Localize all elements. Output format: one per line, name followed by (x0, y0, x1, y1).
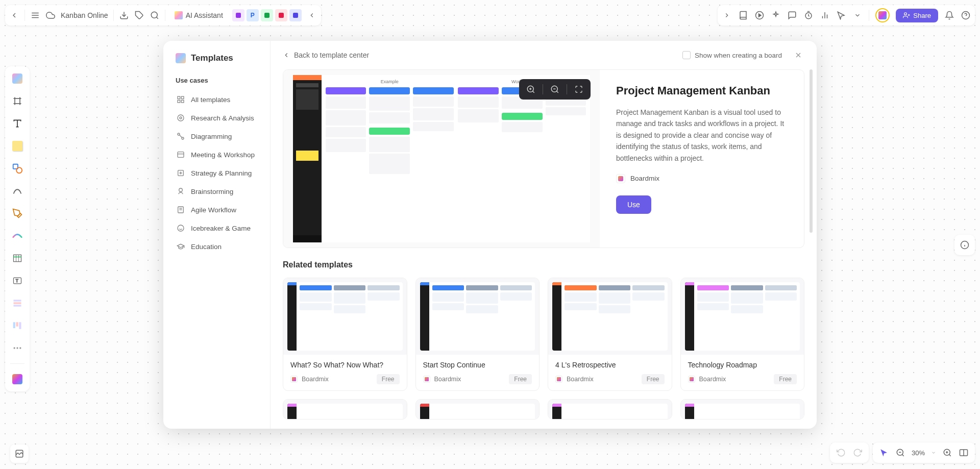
sidebar-item-diagramming[interactable]: Diagramming (176, 128, 270, 144)
shape-tool-icon[interactable] (10, 161, 24, 176)
file-name[interactable]: Kanban Online (61, 11, 108, 19)
user-avatar[interactable] (875, 8, 890, 22)
related-templates-heading: Related templates (283, 260, 804, 269)
back-icon[interactable] (9, 10, 19, 20)
comment-icon[interactable] (787, 10, 797, 20)
minimap-toggle[interactable] (10, 445, 29, 463)
template-card[interactable]: What? So What? Now What?BoardmixFree (283, 278, 407, 391)
chart-icon[interactable] (820, 10, 830, 20)
category-icon (177, 187, 185, 195)
timer-icon[interactable] (803, 10, 814, 20)
info-panel-toggle[interactable] (954, 235, 975, 255)
tool-rail: T (5, 66, 30, 391)
search-icon[interactable] (150, 10, 160, 20)
tab-chip[interactable] (261, 9, 273, 21)
close-modal-button[interactable] (792, 49, 804, 61)
tab-chip[interactable] (275, 9, 287, 21)
library-icon[interactable] (738, 10, 748, 20)
svg-text:T: T (16, 278, 18, 283)
tag-icon[interactable] (134, 10, 144, 20)
kanban-tool-icon[interactable] (10, 318, 24, 333)
list-tool-icon[interactable] (10, 296, 24, 310)
template-preview[interactable]: Example Work here (283, 70, 600, 248)
template-card[interactable] (680, 399, 805, 419)
tab-chip[interactable]: P (247, 9, 259, 21)
zoom-value[interactable]: 30% (912, 449, 925, 457)
templates-tool-icon[interactable] (10, 71, 24, 86)
sidebar-item-strategy-planning[interactable]: Strategy & Planning (176, 165, 270, 181)
template-card-author: Boardmix (688, 376, 726, 383)
play-icon[interactable] (754, 10, 765, 20)
pen-tool-icon[interactable] (10, 206, 24, 220)
template-card-name: What? So What? Now What? (290, 361, 400, 369)
more-tools-icon[interactable] (10, 341, 24, 355)
template-card[interactable] (548, 399, 672, 419)
table-tool-icon[interactable] (10, 251, 24, 265)
zoom-in-icon[interactable] (942, 448, 952, 458)
zoom-dropdown-icon[interactable] (931, 450, 936, 455)
author-logo-icon (290, 376, 298, 383)
template-card[interactable] (283, 399, 407, 419)
template-card[interactable]: Start Stop ContinueBoardmixFree (415, 278, 540, 391)
sidebar-item-label: Brainstorming (191, 188, 233, 195)
sidebar-item-agile-workflow[interactable]: Agile Workflow (176, 202, 270, 218)
back-to-template-center[interactable]: Back to template center (283, 51, 369, 59)
sidebar-item-all-templates[interactable]: All templates (176, 91, 270, 108)
sidebar-item-brainstorming[interactable]: Brainstorming (176, 183, 270, 200)
cursor-icon[interactable] (836, 10, 846, 20)
tab-chip[interactable] (289, 9, 302, 21)
svg-point-38 (14, 347, 15, 349)
sidebar-item-education[interactable]: Education (176, 238, 270, 255)
sidebar-item-research-analysis[interactable]: Research & Analysis (176, 110, 270, 126)
template-author[interactable]: Boardmix (616, 174, 788, 183)
menu-icon[interactable] (30, 10, 40, 20)
category-icon (177, 151, 185, 159)
apps-tool-icon[interactable] (10, 372, 24, 386)
fit-view-icon[interactable] (959, 448, 969, 458)
textbox-tool-icon[interactable]: T (10, 274, 24, 288)
pointer-mode-icon[interactable] (879, 448, 889, 458)
zoom-out-icon[interactable] (895, 448, 905, 458)
expand-left-icon[interactable] (722, 10, 732, 20)
template-card[interactable] (415, 399, 540, 419)
author-logo-icon (616, 174, 625, 183)
template-thumbnail (681, 400, 804, 419)
text-tool-icon[interactable] (10, 116, 24, 131)
frame-tool-icon[interactable] (10, 94, 24, 108)
preview-fullscreen-icon[interactable] (573, 84, 584, 95)
svg-rect-34 (14, 305, 21, 306)
more-chevron-icon[interactable] (852, 10, 863, 20)
category-icon (177, 95, 185, 104)
template-thumbnail (416, 278, 540, 355)
sidebar-item-meeting-workshop[interactable]: Meeting & Workshop (176, 146, 270, 163)
sidebar-item-icebreaker-game[interactable]: Icebreaker & Game (176, 220, 270, 236)
tab-chip[interactable] (232, 9, 244, 21)
template-card[interactable]: 4 L's RetrospectiveBoardmixFree (548, 278, 672, 391)
template-info: Project Management Kanban Project Manage… (600, 70, 804, 248)
sticky-tool-icon[interactable] (10, 139, 24, 153)
sidebar-item-label: Agile Workflow (191, 206, 236, 214)
show-on-create-checkbox[interactable]: Show when creating a board (682, 51, 782, 59)
template-thumbnail (416, 400, 540, 419)
connector-tool-icon[interactable] (10, 184, 24, 198)
share-button[interactable]: Share (896, 9, 938, 22)
redo-icon[interactable] (852, 448, 863, 458)
template-card[interactable]: Technology RoadmapBoardmixFree (680, 278, 805, 391)
tabs-collapse-icon[interactable] (307, 10, 317, 20)
sparkle-icon[interactable] (771, 10, 781, 20)
bell-icon[interactable] (944, 10, 954, 20)
sidebar-item-label: Meeting & Workshop (191, 151, 255, 159)
undo-icon[interactable] (836, 448, 846, 458)
preview-zoom-out-icon[interactable] (549, 84, 560, 95)
svg-point-40 (19, 347, 21, 349)
preview-zoom-in-icon[interactable] (525, 84, 536, 95)
download-icon[interactable] (119, 10, 129, 20)
preview-section-example: Example (326, 79, 454, 84)
use-template-button[interactable]: Use (616, 195, 651, 214)
modal-scrollbar[interactable] (810, 69, 813, 425)
help-icon[interactable] (961, 10, 971, 20)
highlighter-tool-icon[interactable] (10, 229, 24, 243)
bottom-toolbar: 30% (830, 442, 975, 463)
ai-assistant-button[interactable]: AI Assistant (170, 9, 227, 21)
svg-rect-56 (178, 100, 180, 103)
